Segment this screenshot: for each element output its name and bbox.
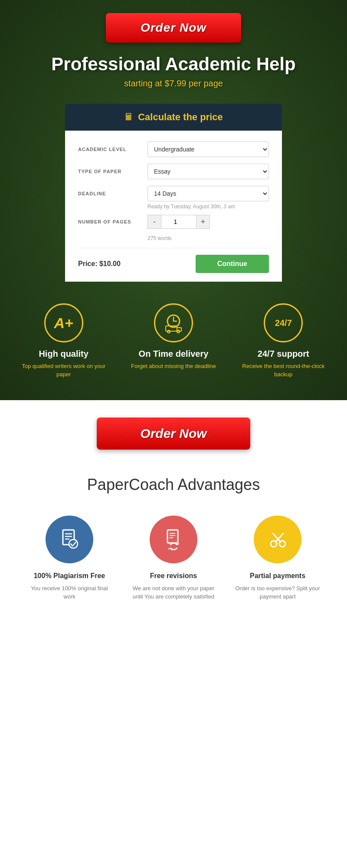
feature-on-time-title: On Time delivery — [139, 349, 209, 359]
pages-row: NUMBER OF PAGES - + — [78, 215, 269, 229]
calc-form: ACADEMIC LEVEL High School Undergraduate… — [65, 131, 282, 282]
calc-header: 🖩 Calculate the price — [65, 104, 282, 131]
plagiarism-title: 100% Plagiarism Free — [34, 572, 105, 580]
deadline-label: DEADLINE — [78, 191, 147, 196]
paper-type-label: TYPE OF PAPER — [78, 169, 147, 174]
price-label: Price: $10.00 — [78, 260, 121, 268]
plagiarism-desc: You receive 100% original final work — [26, 584, 113, 601]
advantage-free-revisions: Free revisions We are not done with your… — [130, 516, 217, 601]
support-icon: 24/7 — [264, 303, 303, 342]
order-now-button-main[interactable]: Order Now — [97, 418, 250, 450]
payments-title: Partial payments — [250, 572, 305, 580]
features-bar: A+ High quality Top qualified writers wo… — [0, 290, 347, 387]
revisions-desc: We are not done with your paper until Yo… — [130, 584, 217, 601]
pages-input[interactable] — [161, 215, 196, 229]
order-now-button-top[interactable]: Order Now — [106, 13, 241, 43]
advantages-title: PaperCoach Advantages — [17, 476, 330, 494]
order-now-section: Order Now — [0, 400, 347, 467]
on-time-icon — [154, 303, 193, 342]
deadline-select[interactable]: 3 Hours 6 Hours 12 Hours 24 Hours 2 Days… — [147, 186, 269, 201]
calc-title: Calculate the price — [138, 112, 223, 123]
academic-level-row: ACADEMIC LEVEL High School Undergraduate… — [78, 141, 269, 157]
plagiarism-icon-circle — [46, 516, 93, 563]
paper-type-row: TYPE OF PAPER Essay Research Paper Term … — [78, 164, 269, 179]
deadline-row: DEADLINE 3 Hours 6 Hours 12 Hours 24 Hou… — [78, 186, 269, 201]
calculator-icon: 🖩 — [124, 112, 134, 123]
academic-level-label: ACADEMIC LEVEL — [78, 147, 147, 152]
feature-high-quality-title: High quality — [39, 349, 88, 359]
revisions-title: Free revisions — [150, 572, 197, 580]
feature-support-title: 24/7 support — [258, 349, 309, 359]
advantages-grid: 100% Plagiarism Free You receive 100% or… — [17, 516, 330, 601]
feature-high-quality-desc: Top qualified writers work on your paper — [16, 362, 111, 378]
feature-support-desc: Receive the best round-the-clock backup — [236, 362, 331, 378]
payments-icon-circle — [254, 516, 301, 563]
hero-title: Professional Academic Help — [51, 53, 295, 75]
continue-button[interactable]: Continue — [196, 255, 269, 273]
feature-support: 24/7 24/7 support Receive the best round… — [236, 303, 331, 378]
advantage-partial-payments: Partial payments Order is too expensive?… — [234, 516, 321, 601]
advantage-plagiarism-free: 100% Plagiarism Free You receive 100% or… — [26, 516, 113, 601]
pages-words-text: 275 words — [147, 235, 269, 241]
feature-on-time: On Time delivery Forget about missing th… — [126, 303, 221, 378]
hero-section: Order Now Professional Academic Help sta… — [0, 0, 347, 400]
feature-high-quality: A+ High quality Top qualified writers wo… — [16, 303, 111, 378]
pages-minus-button[interactable]: - — [147, 215, 161, 229]
deadline-sub-text: Ready by Tuesday, August 30th, 3 am — [147, 204, 269, 210]
academic-level-select[interactable]: High School Undergraduate Master Ph.D. — [147, 141, 269, 157]
hero-subtitle: starting at $7.99 per page — [124, 79, 223, 89]
high-quality-icon: A+ — [44, 303, 83, 342]
paper-type-select[interactable]: Essay Research Paper Term Paper Coursewo… — [147, 164, 269, 179]
pages-plus-button[interactable]: + — [196, 215, 210, 229]
svg-rect-12 — [167, 530, 178, 543]
feature-on-time-desc: Forget about missing the deadline — [131, 362, 216, 370]
pages-control: - + — [147, 215, 269, 229]
price-calculator: 🖩 Calculate the price ACADEMIC LEVEL Hig… — [65, 104, 282, 282]
pages-label: NUMBER OF PAGES — [78, 219, 147, 224]
revisions-icon-circle — [150, 516, 197, 563]
advantages-section: PaperCoach Advantages 100% Plagiarism Fr… — [0, 467, 347, 636]
price-row: Price: $10.00 Continue — [78, 248, 269, 273]
payments-desc: Order is too expensive? Split your payme… — [234, 584, 321, 601]
